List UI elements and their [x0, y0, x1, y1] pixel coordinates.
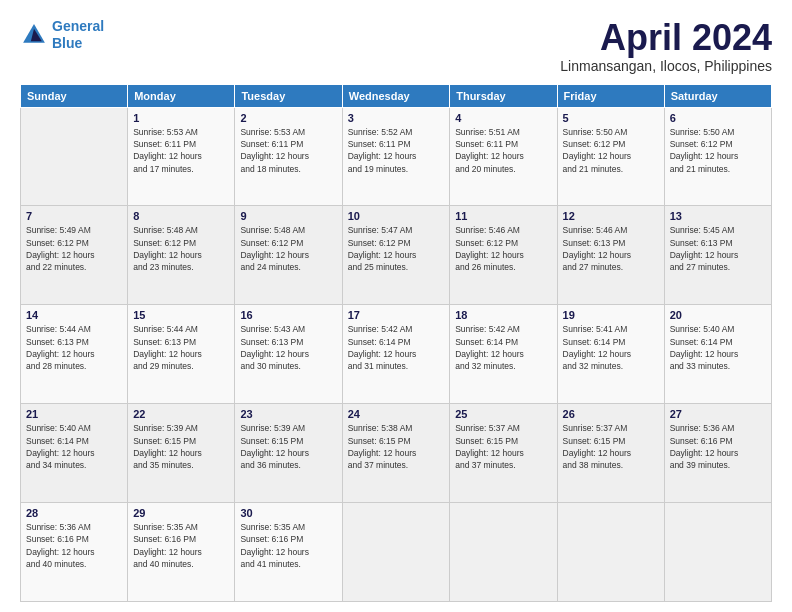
day-info: Sunrise: 5:40 AM Sunset: 6:14 PM Dayligh…: [670, 323, 766, 372]
calendar-day-cell: 5Sunrise: 5:50 AM Sunset: 6:12 PM Daylig…: [557, 107, 664, 206]
calendar-day-cell: 21Sunrise: 5:40 AM Sunset: 6:14 PM Dayli…: [21, 404, 128, 503]
day-number: 3: [348, 112, 445, 124]
day-number: 7: [26, 210, 122, 222]
calendar-day-cell: 2Sunrise: 5:53 AM Sunset: 6:11 PM Daylig…: [235, 107, 342, 206]
calendar-week-row: 1Sunrise: 5:53 AM Sunset: 6:11 PM Daylig…: [21, 107, 772, 206]
day-info: Sunrise: 5:49 AM Sunset: 6:12 PM Dayligh…: [26, 224, 122, 273]
day-number: 10: [348, 210, 445, 222]
day-number: 4: [455, 112, 551, 124]
day-info: Sunrise: 5:42 AM Sunset: 6:14 PM Dayligh…: [348, 323, 445, 372]
weekday-header: Saturday: [664, 84, 771, 107]
calendar-day-cell: [450, 503, 557, 602]
calendar-day-cell: [664, 503, 771, 602]
day-number: 8: [133, 210, 229, 222]
calendar-day-cell: 1Sunrise: 5:53 AM Sunset: 6:11 PM Daylig…: [128, 107, 235, 206]
calendar-day-cell: [342, 503, 450, 602]
day-info: Sunrise: 5:46 AM Sunset: 6:12 PM Dayligh…: [455, 224, 551, 273]
calendar-day-cell: 12Sunrise: 5:46 AM Sunset: 6:13 PM Dayli…: [557, 206, 664, 305]
day-info: Sunrise: 5:50 AM Sunset: 6:12 PM Dayligh…: [563, 126, 659, 175]
day-number: 14: [26, 309, 122, 321]
day-number: 24: [348, 408, 445, 420]
calendar-week-row: 7Sunrise: 5:49 AM Sunset: 6:12 PM Daylig…: [21, 206, 772, 305]
day-number: 17: [348, 309, 445, 321]
day-info: Sunrise: 5:48 AM Sunset: 6:12 PM Dayligh…: [240, 224, 336, 273]
day-number: 16: [240, 309, 336, 321]
day-info: Sunrise: 5:48 AM Sunset: 6:12 PM Dayligh…: [133, 224, 229, 273]
day-number: 9: [240, 210, 336, 222]
calendar-week-row: 28Sunrise: 5:36 AM Sunset: 6:16 PM Dayli…: [21, 503, 772, 602]
calendar-day-cell: 29Sunrise: 5:35 AM Sunset: 6:16 PM Dayli…: [128, 503, 235, 602]
day-info: Sunrise: 5:40 AM Sunset: 6:14 PM Dayligh…: [26, 422, 122, 471]
day-info: Sunrise: 5:41 AM Sunset: 6:14 PM Dayligh…: [563, 323, 659, 372]
weekday-header: Friday: [557, 84, 664, 107]
day-number: 18: [455, 309, 551, 321]
header: General Blue April 2024 Linmansangan, Il…: [20, 18, 772, 74]
calendar-day-cell: 7Sunrise: 5:49 AM Sunset: 6:12 PM Daylig…: [21, 206, 128, 305]
day-info: Sunrise: 5:47 AM Sunset: 6:12 PM Dayligh…: [348, 224, 445, 273]
calendar-day-cell: 27Sunrise: 5:36 AM Sunset: 6:16 PM Dayli…: [664, 404, 771, 503]
day-number: 19: [563, 309, 659, 321]
day-info: Sunrise: 5:35 AM Sunset: 6:16 PM Dayligh…: [240, 521, 336, 570]
weekday-header: Monday: [128, 84, 235, 107]
day-number: 23: [240, 408, 336, 420]
logo-line2: Blue: [52, 35, 82, 51]
weekday-header: Tuesday: [235, 84, 342, 107]
calendar-day-cell: 4Sunrise: 5:51 AM Sunset: 6:11 PM Daylig…: [450, 107, 557, 206]
calendar-day-cell: 13Sunrise: 5:45 AM Sunset: 6:13 PM Dayli…: [664, 206, 771, 305]
page: General Blue April 2024 Linmansangan, Il…: [0, 0, 792, 612]
day-number: 6: [670, 112, 766, 124]
calendar-day-cell: 24Sunrise: 5:38 AM Sunset: 6:15 PM Dayli…: [342, 404, 450, 503]
day-info: Sunrise: 5:36 AM Sunset: 6:16 PM Dayligh…: [670, 422, 766, 471]
day-number: 30: [240, 507, 336, 519]
day-number: 13: [670, 210, 766, 222]
weekday-header: Thursday: [450, 84, 557, 107]
calendar-day-cell: 19Sunrise: 5:41 AM Sunset: 6:14 PM Dayli…: [557, 305, 664, 404]
day-number: 26: [563, 408, 659, 420]
logo-text: General Blue: [52, 18, 104, 52]
day-number: 22: [133, 408, 229, 420]
day-info: Sunrise: 5:53 AM Sunset: 6:11 PM Dayligh…: [240, 126, 336, 175]
day-info: Sunrise: 5:44 AM Sunset: 6:13 PM Dayligh…: [26, 323, 122, 372]
logo-icon: [20, 21, 48, 49]
day-info: Sunrise: 5:36 AM Sunset: 6:16 PM Dayligh…: [26, 521, 122, 570]
calendar-day-cell: 11Sunrise: 5:46 AM Sunset: 6:12 PM Dayli…: [450, 206, 557, 305]
main-title: April 2024: [560, 18, 772, 58]
day-info: Sunrise: 5:46 AM Sunset: 6:13 PM Dayligh…: [563, 224, 659, 273]
day-info: Sunrise: 5:50 AM Sunset: 6:12 PM Dayligh…: [670, 126, 766, 175]
calendar-day-cell: 28Sunrise: 5:36 AM Sunset: 6:16 PM Dayli…: [21, 503, 128, 602]
day-number: 28: [26, 507, 122, 519]
day-info: Sunrise: 5:43 AM Sunset: 6:13 PM Dayligh…: [240, 323, 336, 372]
day-info: Sunrise: 5:45 AM Sunset: 6:13 PM Dayligh…: [670, 224, 766, 273]
calendar-day-cell: 3Sunrise: 5:52 AM Sunset: 6:11 PM Daylig…: [342, 107, 450, 206]
day-info: Sunrise: 5:53 AM Sunset: 6:11 PM Dayligh…: [133, 126, 229, 175]
calendar-day-cell: 17Sunrise: 5:42 AM Sunset: 6:14 PM Dayli…: [342, 305, 450, 404]
day-number: 25: [455, 408, 551, 420]
calendar-day-cell: [557, 503, 664, 602]
day-info: Sunrise: 5:44 AM Sunset: 6:13 PM Dayligh…: [133, 323, 229, 372]
day-info: Sunrise: 5:52 AM Sunset: 6:11 PM Dayligh…: [348, 126, 445, 175]
day-number: 5: [563, 112, 659, 124]
day-info: Sunrise: 5:37 AM Sunset: 6:15 PM Dayligh…: [455, 422, 551, 471]
calendar-day-cell: 26Sunrise: 5:37 AM Sunset: 6:15 PM Dayli…: [557, 404, 664, 503]
calendar-week-row: 21Sunrise: 5:40 AM Sunset: 6:14 PM Dayli…: [21, 404, 772, 503]
logo-line1: General: [52, 18, 104, 34]
day-info: Sunrise: 5:39 AM Sunset: 6:15 PM Dayligh…: [133, 422, 229, 471]
calendar-day-cell: 9Sunrise: 5:48 AM Sunset: 6:12 PM Daylig…: [235, 206, 342, 305]
day-number: 21: [26, 408, 122, 420]
day-info: Sunrise: 5:35 AM Sunset: 6:16 PM Dayligh…: [133, 521, 229, 570]
day-info: Sunrise: 5:38 AM Sunset: 6:15 PM Dayligh…: [348, 422, 445, 471]
day-number: 12: [563, 210, 659, 222]
calendar-day-cell: 10Sunrise: 5:47 AM Sunset: 6:12 PM Dayli…: [342, 206, 450, 305]
day-number: 20: [670, 309, 766, 321]
weekday-header: Wednesday: [342, 84, 450, 107]
day-info: Sunrise: 5:39 AM Sunset: 6:15 PM Dayligh…: [240, 422, 336, 471]
day-number: 11: [455, 210, 551, 222]
calendar-day-cell: 15Sunrise: 5:44 AM Sunset: 6:13 PM Dayli…: [128, 305, 235, 404]
subtitle: Linmansangan, Ilocos, Philippines: [560, 58, 772, 74]
day-number: 1: [133, 112, 229, 124]
day-info: Sunrise: 5:37 AM Sunset: 6:15 PM Dayligh…: [563, 422, 659, 471]
calendar-day-cell: 25Sunrise: 5:37 AM Sunset: 6:15 PM Dayli…: [450, 404, 557, 503]
calendar-day-cell: 23Sunrise: 5:39 AM Sunset: 6:15 PM Dayli…: [235, 404, 342, 503]
calendar-week-row: 14Sunrise: 5:44 AM Sunset: 6:13 PM Dayli…: [21, 305, 772, 404]
calendar-day-cell: 14Sunrise: 5:44 AM Sunset: 6:13 PM Dayli…: [21, 305, 128, 404]
